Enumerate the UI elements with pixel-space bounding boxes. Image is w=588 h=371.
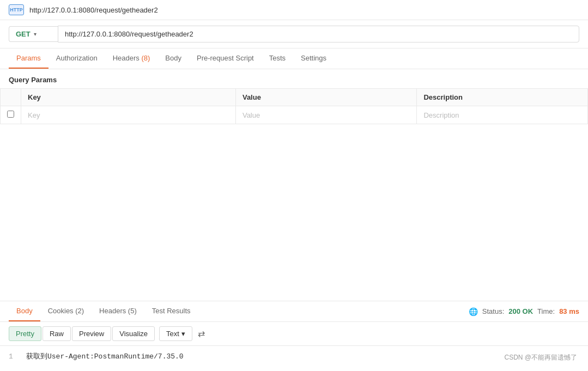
row-desc-cell: Description [417, 106, 588, 124]
method-label: GET [16, 30, 31, 38]
wrap-lines-icon[interactable]: ⇄ [198, 329, 205, 339]
response-tab-testresults[interactable]: Test Results [144, 301, 198, 321]
url-input[interactable] [58, 26, 579, 42]
time-value: 83 ms [559, 307, 579, 315]
request-bar: GET ▾ [0, 20, 588, 48]
response-section: Body Cookies (2) Headers (5) Test Result… [0, 301, 588, 368]
response-tab-cookies[interactable]: Cookies (2) [40, 301, 92, 321]
query-params-label: Query Params [0, 69, 588, 88]
format-raw-button[interactable]: Raw [43, 326, 71, 341]
globe-icon: 🌐 [469, 307, 478, 316]
response-tabs-bar: Body Cookies (2) Headers (5) Test Result… [0, 301, 588, 322]
text-dropdown-chevron: ▾ [181, 330, 185, 338]
row-checkbox[interactable] [1, 106, 21, 124]
table-header-key: Key [21, 89, 236, 106]
checkbox-input[interactable] [7, 111, 14, 118]
http-method-icon: HTTP [9, 4, 24, 15]
tab-params[interactable]: Params [9, 48, 49, 69]
tab-settings[interactable]: Settings [293, 48, 334, 69]
method-select[interactable]: GET ▾ [9, 26, 58, 42]
tab-tests[interactable]: Tests [262, 48, 293, 69]
tab-authorization[interactable]: Authorization [49, 48, 105, 69]
line-content: 获取到User-Agent:PostmanRuntime/7.35.0 [26, 351, 184, 363]
table-header-value: Value [235, 89, 417, 106]
row-key-cell: Key [21, 106, 236, 124]
response-tab-headers[interactable]: Headers (5) [92, 301, 144, 321]
watermark: CSDN @不能再留遗憾了 [504, 353, 577, 362]
format-bar: Pretty Raw Preview Visualize Text ▾ ⇄ [0, 322, 588, 346]
tab-body[interactable]: Body [157, 48, 189, 69]
tab-headers[interactable]: Headers (8) [105, 48, 158, 69]
table-row: Key Value Description [1, 106, 588, 124]
response-body: 1 获取到User-Agent:PostmanRuntime/7.35.0 [0, 346, 588, 368]
title-bar-url: http://127.0.0.1:8080/request/getheader2 [29, 6, 158, 14]
title-bar: HTTP http://127.0.0.1:8080/request/gethe… [0, 0, 588, 20]
response-line: 1 获取到User-Agent:PostmanRuntime/7.35.0 [9, 351, 579, 363]
tab-prerequest[interactable]: Pre-request Script [189, 48, 262, 69]
line-number: 1 [9, 351, 17, 363]
chevron-down-icon: ▾ [34, 31, 37, 37]
row-value-cell: Value [235, 106, 417, 124]
text-type-label: Text [166, 330, 179, 338]
table-header-checkbox [1, 89, 21, 106]
status-value: 200 OK [508, 307, 533, 315]
format-visualize-button[interactable]: Visualize [112, 326, 155, 341]
format-preview-button[interactable]: Preview [72, 326, 111, 341]
table-header-description: Description [417, 89, 588, 106]
divider-area [0, 124, 588, 301]
request-tabs-bar: Params Authorization Headers (8) Body Pr… [0, 48, 588, 69]
response-tab-body[interactable]: Body [9, 301, 40, 321]
params-table: Key Value Description Key Value Descript… [0, 88, 588, 124]
format-pretty-button[interactable]: Pretty [9, 326, 41, 341]
text-type-dropdown[interactable]: Text ▾ [159, 326, 192, 341]
time-label: Time: [537, 307, 555, 315]
status-label: Status: [482, 307, 504, 315]
response-meta: 🌐 Status: 200 OK Time: 83 ms [469, 307, 579, 316]
